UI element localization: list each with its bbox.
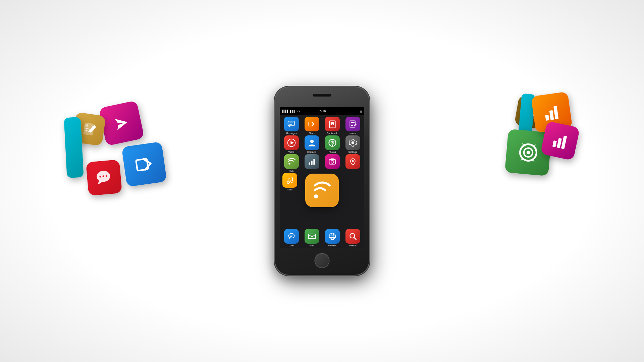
- svg-point-47: [352, 160, 354, 162]
- battery-info: ▮: [360, 110, 362, 113]
- svg-rect-18: [561, 135, 567, 149]
- share-label: Share: [309, 132, 315, 134]
- app-row-2: Video Contacts: [281, 135, 363, 153]
- svg-rect-16: [552, 140, 556, 147]
- svg-point-60: [314, 194, 318, 198]
- contacts-icon[interactable]: [305, 135, 319, 150]
- contacts-label: Contacts: [307, 151, 317, 153]
- chart-magenta-icon[interactable]: [540, 121, 580, 161]
- bookmark-icon[interactable]: [325, 117, 340, 131]
- svg-rect-14: [549, 110, 554, 120]
- mail-icon[interactable]: [305, 229, 319, 244]
- share-icon-small[interactable]: [305, 117, 319, 131]
- chat-icon-small[interactable]: [284, 229, 299, 244]
- video-app[interactable]: Video: [284, 135, 299, 153]
- status-bar: ▌▌▌ ▌▌▌ 3G 10:18 ▮: [280, 107, 364, 115]
- messages-icon[interactable]: [284, 117, 299, 131]
- svg-rect-15: [553, 106, 558, 119]
- svg-rect-53: [308, 234, 315, 239]
- svg-point-31: [310, 139, 314, 143]
- photos-app[interactable]: Photos: [325, 135, 340, 153]
- app-row-5: Chat Mail: [281, 229, 363, 247]
- svg-point-39: [351, 141, 354, 144]
- svg-marker-30: [290, 141, 294, 145]
- svg-point-54: [329, 233, 335, 239]
- svg-point-45: [331, 161, 334, 164]
- home-button[interactable]: [315, 253, 330, 268]
- chart-app[interactable]: [305, 154, 319, 172]
- share-icon[interactable]: [121, 141, 167, 187]
- settings-label: Settings: [348, 151, 357, 153]
- photos-icon[interactable]: [325, 135, 340, 150]
- svg-point-40: [288, 163, 290, 164]
- phone-speaker: [313, 94, 331, 97]
- app-row-1: Messages Share: [281, 117, 363, 134]
- chat-label: Chat: [289, 244, 294, 247]
- battery-icon: ▮: [360, 110, 362, 113]
- rss-label: RSS: [289, 170, 293, 172]
- rss-app[interactable]: RSS: [284, 154, 299, 172]
- signal-bars: ▌▌▌: [282, 110, 289, 113]
- mail-label: Mail: [310, 244, 314, 247]
- search-label: Search: [349, 244, 356, 247]
- search-icon[interactable]: [345, 229, 360, 244]
- bookmark-app[interactable]: Bookmark: [325, 117, 340, 134]
- bookmark-label: Bookmark: [327, 132, 338, 134]
- cyan-strip-left: [64, 117, 84, 178]
- chat-app[interactable]: Chat: [284, 229, 299, 247]
- contacts-app[interactable]: Contacts: [305, 135, 319, 153]
- notes-icon[interactable]: [345, 117, 360, 131]
- svg-point-12: [526, 150, 530, 154]
- signal-info: ▌▌▌ ▌▌▌ 3G: [282, 110, 300, 113]
- svg-rect-19: [288, 121, 294, 126]
- browser-icon[interactable]: [325, 229, 340, 244]
- svg-point-55: [331, 233, 334, 239]
- settings-icon[interactable]: [345, 135, 360, 150]
- search-app[interactable]: Search: [345, 229, 360, 247]
- svg-rect-17: [556, 138, 561, 148]
- phone-body: ▌▌▌ ▌▌▌ 3G 10:18 ▮: [275, 87, 369, 275]
- phone: ▌▌▌ ▌▌▌ 3G 10:18 ▮: [275, 87, 369, 275]
- mail-app[interactable]: Mail: [305, 229, 319, 247]
- chart-icon[interactable]: [305, 154, 319, 169]
- svg-line-59: [354, 237, 356, 239]
- video-icon[interactable]: [284, 135, 299, 150]
- network-type: ▌▌▌ 3G: [290, 110, 300, 113]
- svg-point-34: [332, 142, 333, 143]
- svg-rect-23: [329, 121, 335, 128]
- maps-icon[interactable]: [345, 154, 360, 169]
- video-label: Video: [288, 151, 294, 153]
- music-app[interactable]: Music: [282, 173, 297, 191]
- messages-label: Messages: [286, 132, 297, 134]
- send-icon[interactable]: [99, 100, 144, 146]
- rss-large-icon[interactable]: [305, 174, 339, 207]
- browser-label: Browser: [328, 244, 337, 247]
- app-row-3: RSS: [281, 154, 363, 172]
- browser-app[interactable]: Browser: [325, 229, 340, 247]
- photos-label: Photos: [329, 151, 336, 153]
- svg-rect-13: [545, 115, 549, 121]
- svg-rect-42: [311, 161, 312, 165]
- music-label: Music: [287, 188, 293, 191]
- settings-app[interactable]: Settings: [345, 135, 360, 153]
- messages-app[interactable]: Messages: [284, 117, 299, 134]
- camera-app[interactable]: [325, 154, 340, 172]
- chat-icon[interactable]: [86, 160, 122, 196]
- svg-rect-43: [313, 159, 315, 165]
- music-icon[interactable]: [282, 173, 297, 188]
- maps-app[interactable]: [345, 154, 360, 172]
- rss-icon[interactable]: [284, 154, 299, 169]
- svg-rect-41: [309, 163, 310, 165]
- camera-icon[interactable]: [325, 154, 340, 169]
- clock: 10:18: [318, 110, 326, 113]
- share-app[interactable]: Share: [305, 117, 319, 134]
- notes-label: Notes: [350, 132, 356, 134]
- notes-app[interactable]: Notes: [345, 117, 360, 134]
